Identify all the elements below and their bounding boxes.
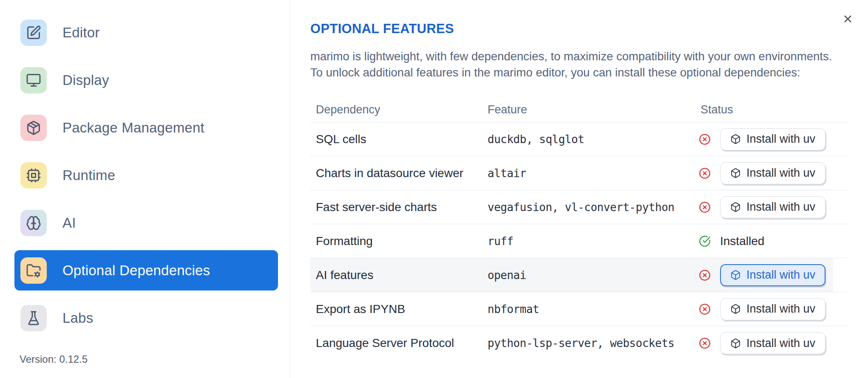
description-line-2: To unlock additional features in the mar…: [310, 65, 849, 81]
feature-cell: duckdb, sqlglot: [488, 133, 699, 146]
flask-icon-badge: [20, 305, 47, 331]
sidebar-item-label: Labs: [62, 310, 93, 326]
status-installed-icon: [699, 235, 711, 247]
circle-check-icon: [699, 235, 711, 247]
status-cell: Install with uv: [699, 162, 849, 184]
dependency-cell: Export as IPYNB: [316, 302, 488, 316]
feature-cell: openai: [488, 269, 699, 282]
brain-icon-badge: [20, 210, 47, 236]
sidebar-nav: EditorDisplayPackage ManagementRuntimeAI…: [0, 12, 290, 338]
sidebar-item-label: Editor: [62, 25, 99, 41]
circle-x-icon: [699, 269, 711, 281]
dependencies-table: Dependency Feature Status SQL cellsduckd…: [310, 98, 849, 360]
description-line-1: marimo is lightweight, with few dependen…: [310, 48, 849, 65]
status-cell: Install with uv: [699, 264, 849, 286]
dependency-cell: AI features: [316, 268, 488, 282]
install-with-uv-button[interactable]: Install with uv: [720, 298, 825, 320]
optional-features-panel: OPTIONAL FEATURES marimo is lightweight,…: [290, 0, 868, 378]
install-button-label: Install with uv: [746, 268, 815, 282]
dependency-cell: Formatting: [316, 234, 488, 248]
folder-cog-icon: [26, 263, 41, 278]
version-label: Version: 0.12.5: [20, 353, 88, 365]
sidebar-item-package-management[interactable]: Package Management: [14, 107, 278, 148]
sidebar-item-ai[interactable]: AI: [14, 203, 278, 243]
close-button[interactable]: [841, 12, 854, 25]
install-with-uv-button[interactable]: Install with uv: [720, 128, 825, 150]
circle-x-icon: [699, 337, 711, 349]
sidebar-item-label: Optional Dependencies: [62, 262, 210, 279]
box-icon: [730, 202, 741, 212]
feature-cell: vegafusion, vl-convert-python: [488, 201, 699, 214]
status-missing-icon: [699, 167, 711, 179]
dependency-cell: Charts in datasource viewer: [316, 166, 488, 180]
box-icon: [730, 304, 741, 314]
page-title: OPTIONAL FEATURES: [310, 21, 849, 37]
status-missing-icon: [699, 303, 711, 315]
circle-x-icon: [699, 201, 711, 213]
install-button-label: Install with uv: [746, 133, 815, 146]
installed-label: Installed: [720, 234, 764, 248]
settings-dialog: EditorDisplayPackage ManagementRuntimeAI…: [0, 0, 868, 378]
install-with-uv-button[interactable]: Install with uv: [720, 264, 825, 286]
circle-x-icon: [699, 303, 711, 315]
table-row: Fast server-side chartsvegafusion, vl-co…: [310, 190, 849, 224]
settings-sidebar: EditorDisplayPackage ManagementRuntimeAI…: [0, 0, 290, 378]
table-row: Charts in datasource vieweraltairInstall…: [310, 156, 849, 190]
circle-x-icon: [699, 133, 711, 145]
sidebar-item-label: Package Management: [62, 120, 204, 136]
sidebar-item-display[interactable]: Display: [14, 60, 278, 100]
cpu-icon: [26, 168, 41, 183]
install-button-label: Install with uv: [746, 302, 815, 316]
sidebar-item-label: AI: [62, 215, 76, 231]
package-icon-badge: [20, 115, 47, 141]
header-status: Status: [699, 103, 849, 116]
flask-icon: [26, 310, 41, 326]
feature-cell: nbformat: [488, 303, 699, 316]
square-pen-icon-badge: [20, 20, 47, 46]
install-button-label: Install with uv: [746, 200, 815, 214]
status-cell: Install with uv: [699, 128, 849, 150]
status-missing-icon: [699, 133, 711, 145]
folder-cog-icon-badge: [20, 257, 47, 284]
header-dependency: Dependency: [316, 103, 488, 116]
sidebar-item-optional-dependencies[interactable]: Optional Dependencies: [14, 250, 278, 291]
feature-cell: ruff: [488, 235, 699, 248]
header-feature: Feature: [488, 103, 699, 116]
brain-icon: [26, 215, 41, 231]
dependency-cell: SQL cells: [316, 133, 488, 146]
status-missing-icon: [699, 201, 711, 213]
package-icon: [26, 120, 41, 135]
square-pen-icon: [26, 25, 41, 40]
box-icon: [730, 134, 741, 144]
dependency-cell: Fast server-side charts: [316, 200, 488, 214]
x-icon: [842, 13, 854, 25]
table-row: SQL cellsduckdb, sqlglotInstall with uv: [310, 122, 849, 156]
install-button-label: Install with uv: [746, 337, 815, 350]
table-row: Export as IPYNBnbformatInstall with uv: [310, 292, 849, 326]
install-with-uv-button[interactable]: Install with uv: [720, 162, 825, 184]
sidebar-item-runtime[interactable]: Runtime: [14, 155, 278, 195]
feature-cell: python-lsp-server, websockets: [488, 337, 699, 350]
sidebar-item-labs[interactable]: Labs: [14, 298, 278, 338]
status-cell: Install with uv: [699, 332, 849, 354]
install-with-uv-button[interactable]: Install with uv: [720, 332, 825, 354]
sidebar-item-editor[interactable]: Editor: [14, 12, 278, 53]
monitor-icon-badge: [20, 67, 47, 93]
table-body: SQL cellsduckdb, sqlglotInstall with uvC…: [310, 122, 849, 360]
monitor-icon: [26, 73, 41, 88]
table-row: FormattingruffInstalled: [310, 224, 849, 258]
table-header-row: Dependency Feature Status: [310, 98, 849, 122]
circle-x-icon: [699, 167, 711, 179]
install-with-uv-button[interactable]: Install with uv: [720, 196, 825, 218]
status-missing-icon: [699, 269, 711, 281]
table-row: Language Server Protocolpython-lsp-serve…: [310, 326, 849, 360]
panel-description: marimo is lightweight, with few dependen…: [310, 48, 849, 81]
dependency-cell: Language Server Protocol: [316, 336, 488, 350]
cpu-icon-badge: [20, 162, 47, 189]
box-icon: [730, 168, 741, 178]
box-icon: [730, 270, 741, 280]
sidebar-item-label: Display: [62, 72, 109, 88]
status-cell: Install with uv: [699, 298, 849, 320]
status-cell: Install with uv: [699, 196, 849, 218]
install-button-label: Install with uv: [746, 166, 815, 180]
